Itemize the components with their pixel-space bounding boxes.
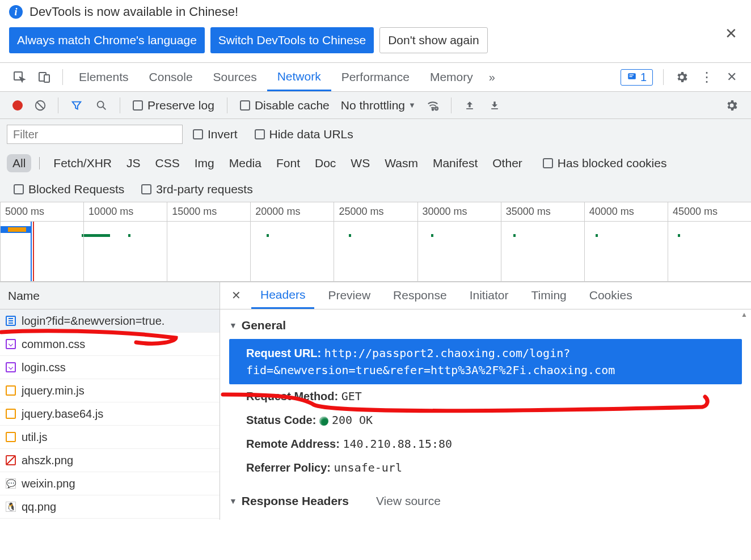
settings-icon[interactable]: [674, 69, 690, 85]
remote-address-row: Remote Address: 140.210.88.15:80: [229, 432, 742, 456]
close-details-icon[interactable]: ✕: [226, 285, 247, 306]
view-source-link[interactable]: View source: [376, 494, 441, 508]
timeline-overview[interactable]: 5000 ms10000 ms15000 ms20000 ms25000 ms3…: [0, 202, 751, 282]
file-type-icon: [6, 362, 16, 372]
details-tab-cookies[interactable]: Cookies: [580, 282, 642, 309]
tab-sources[interactable]: Sources: [203, 63, 267, 91]
details-tab-headers[interactable]: Headers: [251, 282, 314, 309]
divider: [120, 97, 120, 113]
divider: [451, 97, 452, 113]
search-icon[interactable]: [94, 97, 109, 113]
details-body: ▲ ▼General Request URL: http://passport2…: [220, 309, 751, 520]
dont-show-again-button[interactable]: Don't show again: [379, 27, 487, 53]
inspect-icon[interactable]: [11, 69, 27, 85]
filter-fetch[interactable]: Fetch/XHR: [48, 154, 117, 172]
issues-badge[interactable]: 1: [621, 69, 653, 86]
filter-input[interactable]: [7, 125, 183, 144]
request-name: weixin.png: [22, 477, 75, 490]
filter-img[interactable]: Img: [189, 154, 220, 172]
request-row[interactable]: jquery.min.js: [0, 379, 220, 402]
filter-wasm[interactable]: Wasm: [379, 154, 424, 172]
request-name: util.js: [22, 431, 48, 444]
filter-media[interactable]: Media: [223, 154, 267, 172]
details-tab-preview[interactable]: Preview: [319, 282, 379, 309]
filter-font[interactable]: Font: [271, 154, 306, 172]
match-language-button[interactable]: Always match Chrome's language: [9, 27, 205, 53]
filter-all[interactable]: All: [7, 154, 31, 172]
language-infobar: i DevTools is now available in Chinese!: [0, 0, 751, 22]
third-party-checkbox[interactable]: 3rd-party requests: [141, 183, 252, 196]
preserve-log-checkbox[interactable]: Preserve log: [133, 99, 214, 112]
network-settings-icon[interactable]: [724, 97, 740, 113]
disable-cache-checkbox[interactable]: Disable cache: [240, 99, 330, 112]
request-row[interactable]: util.js: [0, 426, 220, 449]
network-conditions-icon[interactable]: [425, 97, 441, 113]
request-row[interactable]: ahszk.png: [0, 449, 220, 472]
timeline-tick: 35000 ms: [501, 202, 584, 221]
download-icon[interactable]: [487, 97, 503, 113]
file-type-icon: [6, 339, 16, 349]
filter-manifest[interactable]: Manifest: [427, 154, 483, 172]
tab-elements[interactable]: Elements: [69, 63, 139, 91]
request-method-row: Request Method: GET: [229, 384, 742, 408]
tab-console[interactable]: Console: [139, 63, 203, 91]
request-row[interactable]: login.css: [0, 356, 220, 379]
filter-css[interactable]: CSS: [150, 154, 185, 172]
section-general[interactable]: ▼General: [229, 315, 742, 339]
infobar-buttons: Always match Chrome's language Switch De…: [0, 22, 751, 62]
filter-icon[interactable]: [69, 97, 85, 113]
request-row[interactable]: 🐧qq.png: [0, 495, 220, 519]
filter-js[interactable]: JS: [121, 154, 146, 172]
svg-point-5: [98, 101, 104, 107]
more-tabs-icon[interactable]: »: [489, 71, 495, 84]
request-row[interactable]: common.css: [0, 333, 220, 356]
timeline-tick: 45000 ms: [668, 202, 751, 221]
request-url-row[interactable]: Request URL: http://passport2.chaoxing.c…: [229, 339, 742, 384]
divider: [227, 97, 227, 113]
kebab-menu-icon[interactable]: ⋮: [699, 69, 715, 85]
details-tab-response[interactable]: Response: [384, 282, 456, 309]
request-row[interactable]: 💬weixin.png: [0, 472, 220, 495]
timeline-body: [0, 222, 751, 282]
device-toggle-icon[interactable]: [36, 69, 52, 85]
file-type-icon: [6, 432, 16, 442]
upload-icon[interactable]: [462, 97, 478, 113]
clear-icon[interactable]: [34, 99, 47, 112]
divider: [62, 69, 63, 85]
devtools-toolbar: Elements Console Sources Network Perform…: [0, 62, 751, 92]
throttling-select[interactable]: No throttling ▼: [341, 99, 416, 112]
section-response-headers[interactable]: ▼Response Headers View source: [229, 491, 742, 515]
filter-ws[interactable]: WS: [345, 154, 376, 172]
invert-checkbox[interactable]: Invert: [193, 128, 238, 141]
request-row[interactable]: login?fid=&newversion=true.: [0, 309, 220, 333]
filter-doc[interactable]: Doc: [309, 154, 341, 172]
hide-data-urls-checkbox[interactable]: Hide data URLs: [255, 128, 353, 141]
details-tab-timing[interactable]: Timing: [522, 282, 576, 309]
tab-performance[interactable]: Performance: [331, 63, 420, 91]
tab-memory[interactable]: Memory: [420, 63, 483, 91]
details-tabs: ✕ Headers Preview Response Initiator Tim…: [220, 282, 751, 309]
request-row[interactable]: jquery.base64.js: [0, 402, 220, 426]
record-icon[interactable]: [12, 100, 23, 111]
close-devtools-icon[interactable]: ✕: [724, 69, 740, 85]
tab-network[interactable]: Network: [267, 63, 331, 91]
timeline-tick: 25000 ms: [334, 202, 417, 221]
status-code-row: Status Code: 200 OK: [229, 408, 742, 432]
list-header-name[interactable]: Name: [0, 282, 220, 309]
request-details: ✕ Headers Preview Response Initiator Tim…: [220, 282, 751, 520]
request-name: login.css: [22, 361, 66, 374]
timeline-tick: 20000 ms: [250, 202, 334, 221]
close-icon[interactable]: ✕: [725, 25, 737, 43]
switch-language-button[interactable]: Switch DevTools to Chinese: [210, 27, 374, 53]
blocked-cookies-checkbox[interactable]: Has blocked cookies: [543, 156, 667, 170]
blocked-requests-checkbox[interactable]: Blocked Requests: [14, 183, 124, 196]
scroll-up-icon[interactable]: ▲: [741, 311, 748, 319]
details-tab-initiator[interactable]: Initiator: [461, 282, 518, 309]
svg-rect-2: [44, 75, 49, 82]
file-type-icon: [6, 385, 16, 396]
filter-other[interactable]: Other: [487, 154, 528, 172]
request-name: common.css: [22, 338, 85, 351]
timeline-tick: 15000 ms: [167, 202, 250, 221]
timeline-tick: 10000 ms: [83, 202, 167, 221]
request-name: ahszk.png: [22, 454, 73, 467]
